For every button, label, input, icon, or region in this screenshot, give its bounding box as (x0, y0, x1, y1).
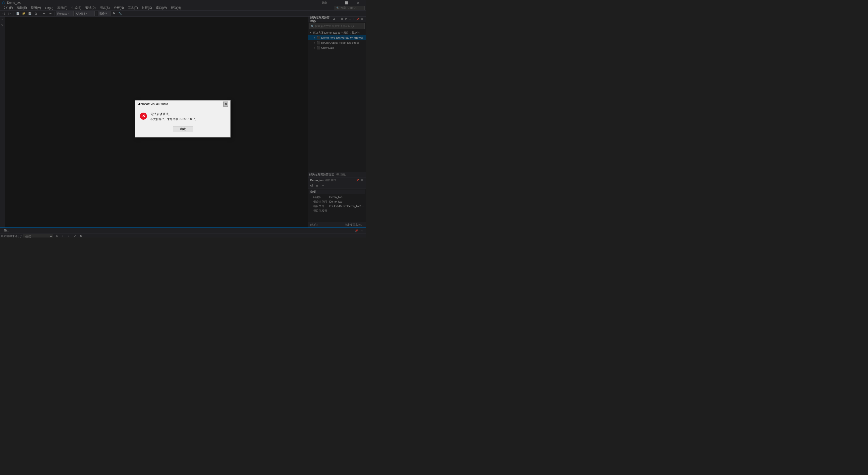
dialog-error-icon: ✕ (140, 112, 148, 120)
error-x-icon: ✕ (142, 114, 145, 118)
error-circle: ✕ (140, 113, 147, 120)
dialog-buttons: 确定 (140, 124, 226, 133)
dialog-body: ✕ 无法启动调试。 不支持操作。未知错误: 0x80070057。 确定 (135, 108, 230, 137)
dialog-text: 无法启动调试。 不支持操作。未知错误: 0x80070057。 (150, 112, 226, 121)
dialog-message-row: ✕ 无法启动调试。 不支持操作。未知错误: 0x80070057。 (140, 112, 226, 121)
error-dialog: Microsoft Visual Studio ✕ ✕ 无法启动调试。 不支持操… (135, 100, 230, 138)
dialog-titlebar: Microsoft Visual Studio ✕ (135, 100, 230, 108)
dialog-title: Microsoft Visual Studio (137, 102, 168, 106)
dialog-main-message: 无法启动调试。 (150, 112, 226, 116)
dialog-sub-message: 不支持操作。未知错误: 0x80070057。 (150, 117, 226, 121)
dialog-close-button[interactable]: ✕ (223, 101, 228, 107)
dialog-ok-button[interactable]: 确定 (173, 126, 193, 132)
modal-overlay: Microsoft Visual Studio ✕ ✕ 无法启动调试。 不支持操… (0, 0, 366, 237)
